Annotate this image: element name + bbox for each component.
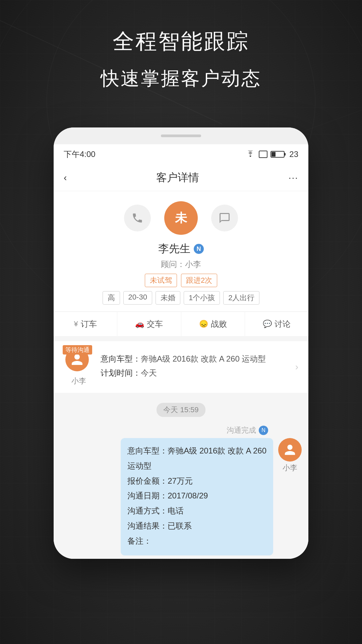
phone-speaker <box>161 135 201 137</box>
svg-rect-2 <box>284 153 286 156</box>
completed-badge: 沟通完成 N <box>60 425 302 435</box>
message-person-icon <box>284 443 296 456</box>
info-tag-level: 高 <box>103 291 120 305</box>
follow-plan: 计划时间：今天 <box>101 367 289 379</box>
info-tag-children: 1个小孩 <box>184 291 220 305</box>
order-car-label: 订车 <box>81 319 97 329</box>
tags-row: 未试驾 跟进2次 <box>145 274 217 287</box>
wifi-icon <box>245 150 256 158</box>
defeat-button[interactable]: 😞 战败 <box>181 312 245 336</box>
customer-name: 李先生 <box>158 241 190 256</box>
discuss-label: 讨论 <box>275 319 291 329</box>
info-tag-travel: 2人出行 <box>223 291 259 305</box>
battery-icon <box>270 150 287 158</box>
message-sender-col: 小李 <box>278 438 302 473</box>
msg-line-3: 报价金额：27万元 <box>127 474 266 488</box>
msg-line-6: 沟通结果：已联系 <box>127 519 266 533</box>
completed-text: 沟通完成 <box>227 425 256 435</box>
info-tag-marital: 未婚 <box>156 291 180 305</box>
back-button[interactable]: ‹ <box>64 172 67 183</box>
msg-line-2: 运动型 <box>127 459 266 473</box>
more-button[interactable]: ··· <box>289 172 298 183</box>
header-section: 全程智能跟踪 快速掌握客户动态 <box>0 27 362 92</box>
n-badge: N <box>259 426 268 435</box>
plan-label: 计划时间： <box>101 368 141 377</box>
advisor-text: 顾问：小李 <box>161 259 201 270</box>
follow-content: 意向车型：奔驰A级 2016款 改款 A 260 运动型 计划时间：今天 <box>101 353 289 381</box>
message-bubble: 意向车型：奔驰A级 2016款 改款 A 260 运动型 报价金额：27万元 沟… <box>121 438 273 555</box>
intent-label: 意向车型： <box>101 354 141 363</box>
msg-line-5: 沟通方式：电话 <box>127 504 266 518</box>
svg-rect-0 <box>259 151 267 158</box>
time-bubble: 今天 15:59 <box>157 403 205 417</box>
follow-avatar-name: 小李 <box>71 376 86 386</box>
status-time: 下午4:00 <box>64 149 96 160</box>
msg-line-7: 备注： <box>127 534 266 548</box>
info-tags-row: 高 20-30 未婚 1个小孩 2人出行 <box>103 291 260 305</box>
msg-line-1: 意向车型：奔驰A级 2016款 改款 A 260 <box>127 444 266 458</box>
follow-card: 等待沟通 小李 意向车型：奔驰A级 2016款 改款 A 260 运动型 <box>54 341 308 393</box>
message-row: 意向车型：奔驰A级 2016款 改款 A 260 运动型 报价金额：27万元 沟… <box>60 438 302 555</box>
sim-icon <box>258 150 268 158</box>
call-button[interactable] <box>124 205 151 231</box>
new-badge: N <box>194 244 204 254</box>
deliver-car-button[interactable]: 🚗 交车 <box>117 312 181 336</box>
follow-person-icon <box>70 353 84 366</box>
sad-icon: 😞 <box>199 320 208 328</box>
app-header: ‹ 客户详情 ··· <box>54 164 308 191</box>
svg-rect-3 <box>272 152 276 157</box>
phone-top-bar <box>54 127 308 144</box>
chat-icon: 💬 <box>263 320 272 328</box>
profile-actions: 未 <box>124 201 238 235</box>
message-avatar <box>278 438 302 462</box>
message-icon <box>219 212 231 224</box>
follow-intent: 意向车型：奔驰A级 2016款 改款 A 260 运动型 <box>101 353 289 365</box>
follow-arrow-icon[interactable]: › <box>295 362 298 372</box>
action-bar: ¥ 订车 🚗 交车 😞 战败 💬 讨论 <box>54 312 308 336</box>
car-icon: 🚗 <box>135 320 144 328</box>
msg-line-4: 沟通日期：2017/08/29 <box>127 489 266 503</box>
tag-no-test-drive: 未试驾 <box>145 274 177 287</box>
follow-avatar-wrap: 等待沟通 <box>65 348 92 375</box>
message-button[interactable] <box>211 205 238 231</box>
page-title: 客户详情 <box>156 170 199 185</box>
deliver-car-label: 交车 <box>147 319 163 329</box>
content-area: 未 李先生 N 顾问：小李 未试驾 跟进2次 高 20-3 <box>54 191 308 559</box>
phone-icon <box>131 212 143 224</box>
discuss-button[interactable]: 💬 讨论 <box>245 312 308 336</box>
customer-name-row: 李先生 N <box>158 241 204 256</box>
title-line1: 全程智能跟踪 <box>0 27 362 56</box>
title-line2: 快速掌握客户动态 <box>0 66 362 92</box>
follow-card-inner: 等待沟通 小李 意向车型：奔驰A级 2016款 改款 A 260 运动型 <box>54 341 308 393</box>
battery-number: 23 <box>289 150 298 159</box>
phone-mockup: 下午4:00 23 ‹ 客户详情 ··· <box>54 127 308 559</box>
tag-followup-count: 跟进2次 <box>181 274 217 287</box>
customer-avatar: 未 <box>164 201 198 235</box>
message-sender-name: 小李 <box>283 463 297 473</box>
status-right: 23 <box>245 150 298 159</box>
info-tag-age: 20-30 <box>123 291 152 305</box>
status-bar: 下午4:00 23 <box>54 144 308 164</box>
defeat-label: 战败 <box>211 319 227 329</box>
message-section: 沟通完成 N 意向车型：奔驰A级 2016款 改款 A 260 运动型 报价金额… <box>54 422 308 559</box>
time-divider: 今天 15:59 <box>54 398 308 422</box>
yuan-icon: ¥ <box>74 320 78 328</box>
follow-status-badge: 等待沟通 <box>63 345 92 355</box>
customer-profile: 未 李先生 N 顾问：小李 未试驾 跟进2次 高 20-3 <box>54 191 308 311</box>
order-car-button[interactable]: ¥ 订车 <box>54 312 117 336</box>
